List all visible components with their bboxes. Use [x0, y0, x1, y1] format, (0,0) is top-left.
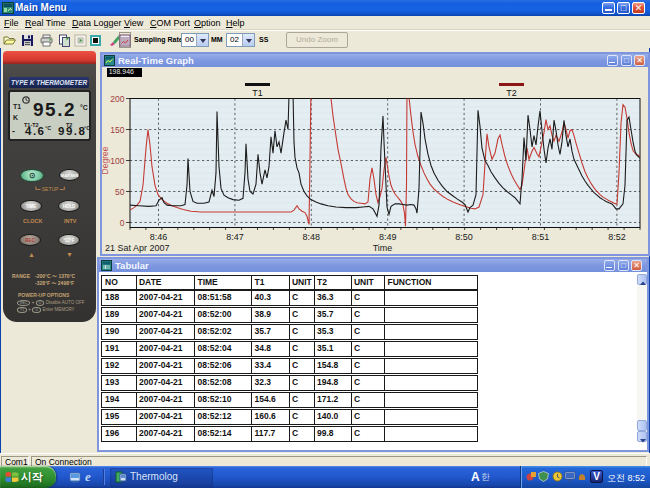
svg-text:100: 100 [110, 156, 124, 166]
svg-text:8:48: 8:48 [303, 232, 321, 242]
svg-text:0: 0 [120, 218, 125, 228]
svg-text:8:49: 8:49 [379, 232, 397, 242]
svg-text:8:47: 8:47 [226, 232, 244, 242]
svg-text:Time: Time [373, 243, 393, 253]
svg-text:8:46: 8:46 [150, 232, 168, 242]
svg-text:8:52: 8:52 [608, 232, 626, 242]
svg-text:8:50: 8:50 [455, 232, 473, 242]
svg-text:Degree: Degree [102, 146, 110, 174]
svg-text:21 Sat Apr 2007: 21 Sat Apr 2007 [105, 243, 170, 253]
svg-text:150: 150 [110, 125, 124, 135]
svg-text:8:51: 8:51 [532, 232, 550, 242]
svg-text:50: 50 [115, 187, 125, 197]
svg-text:200: 200 [110, 94, 124, 104]
